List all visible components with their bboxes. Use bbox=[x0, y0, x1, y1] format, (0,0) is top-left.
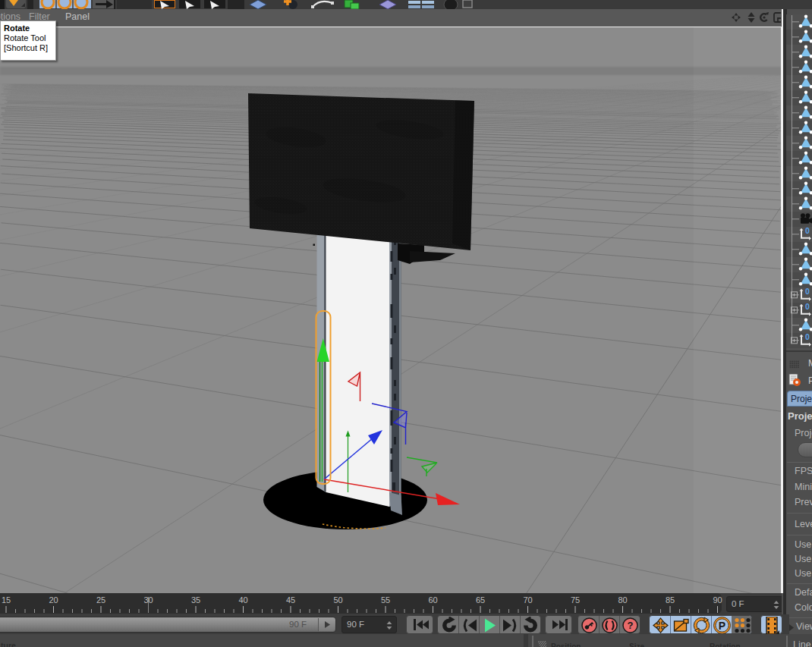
svg-text:45: 45 bbox=[286, 595, 295, 605]
svg-text:25: 25 bbox=[96, 595, 105, 605]
svg-text:90: 90 bbox=[713, 595, 722, 605]
svg-text:0: 0 bbox=[805, 226, 810, 235]
svg-text:0: 0 bbox=[805, 287, 810, 296]
svg-text:?: ? bbox=[628, 620, 634, 631]
svg-text:80: 80 bbox=[618, 595, 627, 605]
svg-text:0: 0 bbox=[805, 332, 810, 341]
svg-text:20: 20 bbox=[49, 595, 58, 605]
svg-text:65: 65 bbox=[476, 595, 485, 605]
svg-text:15: 15 bbox=[2, 595, 11, 605]
svg-text:40: 40 bbox=[238, 595, 247, 605]
svg-text:70: 70 bbox=[523, 595, 532, 605]
svg-text:75: 75 bbox=[571, 595, 580, 605]
svg-text:50: 50 bbox=[333, 595, 342, 605]
svg-text:55: 55 bbox=[381, 595, 390, 605]
svg-text:30: 30 bbox=[143, 595, 153, 605]
svg-text:35: 35 bbox=[191, 595, 200, 605]
svg-text:P: P bbox=[719, 620, 725, 632]
svg-text:85: 85 bbox=[666, 595, 675, 605]
svg-text:0: 0 bbox=[805, 302, 810, 311]
svg-text:60: 60 bbox=[428, 595, 437, 605]
